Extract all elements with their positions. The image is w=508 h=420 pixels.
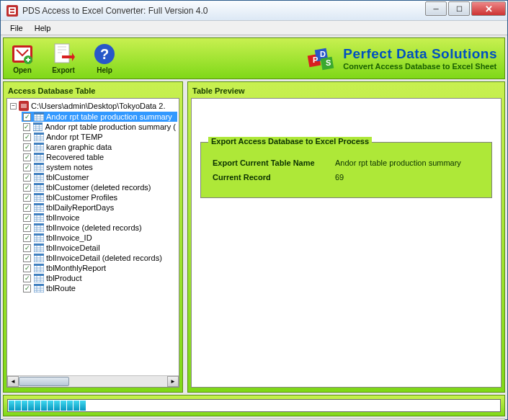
svg-rect-42 <box>34 233 44 236</box>
horizontal-scrollbar[interactable]: ◄ ► <box>7 375 179 387</box>
tree-item[interactable]: tblCustomer Profiles <box>22 192 177 202</box>
svg-rect-34 <box>34 193 44 195</box>
export-icon <box>52 43 75 66</box>
tree-item-label: tblProduct <box>46 274 82 282</box>
tree-item[interactable]: tblInvoiceDetail (deleted records) <box>22 253 177 263</box>
scroll-left-button[interactable]: ◄ <box>7 376 19 387</box>
tree-item[interactable]: tblCustomer (deleted records) <box>22 182 177 192</box>
tree-item[interactable]: karen graphic data <box>22 142 177 152</box>
svg-rect-50 <box>34 274 44 276</box>
tree-item[interactable]: Andor rpt table production summary <box>22 112 177 122</box>
tree-item[interactable]: tblInvoiceDetail <box>22 243 177 253</box>
checkbox-icon[interactable] <box>23 113 31 121</box>
svg-rect-40 <box>34 223 44 225</box>
tree-item-label: tblInvoice <box>46 213 79 222</box>
menu-help[interactable]: Help <box>29 22 57 34</box>
tree-root[interactable]: − C:\Users\admin\Desktop\TokyoData 2. <box>9 100 177 112</box>
tree-item-label: tblInvoiceDetail <box>46 243 100 252</box>
svg-text:D: D <box>320 50 326 58</box>
tree-item[interactable]: tblProduct <box>22 273 177 283</box>
checkbox-icon[interactable] <box>23 133 31 141</box>
checkbox-icon[interactable] <box>23 174 31 182</box>
checkbox-icon[interactable] <box>23 184 31 192</box>
checkbox-icon[interactable] <box>23 123 30 131</box>
svg-text:S: S <box>326 58 331 67</box>
tree-item-label: tblInvoiceDetail (deleted records) <box>46 254 162 262</box>
database-icon <box>19 101 29 111</box>
svg-rect-20 <box>33 122 43 125</box>
progress-segment <box>80 401 86 411</box>
scroll-track[interactable] <box>19 376 167 387</box>
tree-item-label: tblCustomer <box>46 173 89 182</box>
tree-item[interactable]: Andor rpt TEMP <box>22 132 177 142</box>
brand-logo-icon: PDS <box>306 43 336 73</box>
table-icon <box>34 193 44 202</box>
help-button[interactable]: ? Help <box>93 43 116 74</box>
tree-item[interactable]: tblInvoice <box>22 213 177 223</box>
checkbox-icon[interactable] <box>23 224 31 232</box>
checkbox-icon[interactable] <box>23 214 31 222</box>
scroll-thumb[interactable] <box>19 377 69 386</box>
tree-item[interactable]: tblDailyReportDays <box>22 202 177 213</box>
export-legend: Export Access Database to Excel Process <box>208 137 372 146</box>
toolbar: Open Export ? Help PDS Perfect Data Solu… <box>3 37 505 79</box>
maximize-button[interactable]: ☐ <box>448 1 470 16</box>
table-tree[interactable]: − C:\Users\admin\Desktop\TokyoData 2. An… <box>7 99 179 295</box>
checkbox-icon[interactable] <box>23 264 31 272</box>
minimize-button[interactable]: ─ <box>425 1 447 16</box>
checkbox-icon[interactable] <box>23 153 31 161</box>
table-icon <box>34 223 44 232</box>
app-icon <box>6 5 18 17</box>
table-icon <box>34 143 44 151</box>
svg-text:?: ? <box>100 46 109 62</box>
progress-segment <box>9 401 14 411</box>
table-icon <box>34 264 44 272</box>
app-window: PDS Access to Excel Converter: Full Vers… <box>0 0 508 420</box>
tree-item[interactable]: Recovered table <box>22 152 177 162</box>
svg-rect-44 <box>34 243 44 246</box>
export-button[interactable]: Export <box>52 43 75 74</box>
table-icon <box>33 122 43 131</box>
tree-item[interactable]: tblInvoice_ID <box>22 233 177 243</box>
progress-segment <box>22 401 27 411</box>
table-icon <box>34 254 44 262</box>
svg-rect-2 <box>10 9 14 10</box>
left-panel: Access Database Table − C:\Users\admin\D… <box>3 81 183 393</box>
checkbox-icon[interactable] <box>23 285 31 292</box>
checkbox-icon[interactable] <box>23 234 31 242</box>
tree-item-label: Andor rpt table production summary ( <box>45 122 176 131</box>
tree-item[interactable]: Andor rpt table production summary ( <box>22 122 177 132</box>
scroll-right-button[interactable]: ► <box>167 376 179 387</box>
checkbox-icon[interactable] <box>23 194 31 202</box>
help-icon: ? <box>93 43 116 66</box>
table-icon <box>34 112 44 121</box>
close-button[interactable]: ✕ <box>471 1 506 16</box>
checkbox-icon[interactable] <box>23 254 31 262</box>
menu-file[interactable]: File <box>4 22 29 34</box>
table-icon <box>34 243 44 252</box>
preview-container: Export Access Database to Excel Process … <box>191 98 502 388</box>
tree-item[interactable]: tblInvoice (deleted records) <box>22 223 177 233</box>
tree-item[interactable]: tblCustomer <box>22 172 177 182</box>
svg-rect-30 <box>34 173 44 175</box>
titlebar: PDS Access to Excel Converter: Full Vers… <box>1 1 507 21</box>
tree-item-label: karen graphic data <box>46 143 112 151</box>
checkbox-icon[interactable] <box>23 244 31 252</box>
collapse-icon[interactable]: − <box>10 103 17 110</box>
tree-item[interactable]: tblMonthlyReport <box>22 263 177 273</box>
table-name-value: Andor rpt table production summary <box>335 158 461 167</box>
tree-item[interactable]: tblRoute <box>22 283 177 293</box>
open-button[interactable]: Open <box>11 43 34 74</box>
menubar: File Help <box>1 21 507 35</box>
right-panel-title: Table Preview <box>191 85 502 98</box>
main-area: Access Database Table − C:\Users\admin\D… <box>3 81 505 393</box>
svg-rect-26 <box>34 153 44 155</box>
checkbox-icon[interactable] <box>23 274 31 282</box>
checkbox-icon[interactable] <box>23 204 31 212</box>
checkbox-icon[interactable] <box>23 164 31 171</box>
table-icon <box>34 133 44 141</box>
tree-item[interactable]: system notes <box>22 162 177 172</box>
checkbox-icon[interactable] <box>23 143 31 151</box>
tree-container: − C:\Users\admin\Desktop\TokyoData 2. An… <box>6 98 179 388</box>
table-icon <box>34 233 44 242</box>
